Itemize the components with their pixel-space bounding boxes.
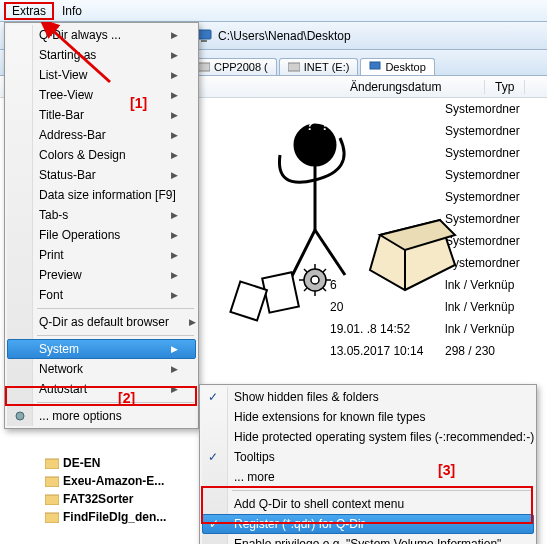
folder-icon (45, 493, 59, 505)
menu-enable-privilege[interactable]: Enable privilege e.g. "System Volume Inf… (202, 534, 534, 544)
menu-always[interactable]: Q-Dir always ...▶ (7, 25, 196, 45)
menu-colors[interactable]: Colors & Design▶ (7, 145, 196, 165)
menu-listview[interactable]: List-View▶ (7, 65, 196, 85)
col-date[interactable]: Änderungsdatum (340, 80, 485, 94)
list-row[interactable]: 13.05.2017 10:14298 / 230 (330, 340, 547, 362)
menu-hide-protected[interactable]: Hide protected operating system files (-… (202, 427, 534, 447)
svg-rect-5 (370, 62, 380, 69)
menu-print[interactable]: Print▶ (7, 245, 196, 265)
gear-icon (13, 409, 27, 423)
svg-rect-2 (201, 40, 207, 42)
folder-tree: DE-EN Exeu-Amazon-E... FAT32Sorter FindF… (45, 454, 166, 526)
menu-font[interactable]: Font▶ (7, 285, 196, 305)
svg-rect-21 (45, 459, 59, 469)
svg-rect-24 (45, 513, 59, 523)
menu-system[interactable]: System▶ (7, 339, 196, 359)
tab-inet[interactable]: INET (E:) (279, 58, 359, 75)
menu-datasize[interactable]: Data size information [F9] (7, 185, 196, 205)
empty-folder-illustration: ? ? (205, 100, 465, 330)
svg-line-15 (304, 269, 307, 272)
svg-point-19 (311, 276, 319, 284)
system-submenu: ✓Show hidden files & folders Hide extens… (199, 384, 537, 544)
svg-point-20 (16, 412, 24, 420)
svg-rect-9 (230, 281, 267, 320)
svg-rect-23 (45, 495, 59, 505)
check-icon: ✓ (209, 517, 219, 531)
folder-icon (45, 511, 59, 523)
menu-starting[interactable]: Starting as▶ (7, 45, 196, 65)
drive-icon (288, 61, 300, 73)
tab-desktop[interactable]: Desktop (360, 58, 434, 75)
menu-show-hidden[interactable]: ✓Show hidden files & folders (202, 387, 534, 407)
menu-statusbar[interactable]: Status-Bar▶ (7, 165, 196, 185)
menu-shell-context[interactable]: Add Q-Dir to shell context menu (202, 494, 534, 514)
menu-addressbar[interactable]: Address-Bar▶ (7, 125, 196, 145)
menu-register-qdr[interactable]: ✓Register (*.qdr) for Q-Dir (202, 514, 534, 534)
check-icon: ✓ (208, 390, 218, 404)
menu-more-options[interactable]: ... more options (7, 406, 196, 426)
svg-rect-22 (45, 477, 59, 487)
tree-item[interactable]: DE-EN (45, 454, 166, 472)
svg-rect-4 (288, 63, 300, 71)
menu-titlebar[interactable]: Title-Bar▶ (7, 105, 196, 125)
svg-line-18 (323, 269, 326, 272)
svg-line-17 (304, 288, 307, 291)
menu-tooltips[interactable]: ✓Tooltips (202, 447, 534, 467)
tree-item[interactable]: FAT32Sorter (45, 490, 166, 508)
menubar: Extras Info (0, 0, 547, 22)
svg-text:? ?: ? ? (305, 114, 330, 134)
menu-hide-ext[interactable]: Hide extensions for known file types (202, 407, 534, 427)
menu-preview[interactable]: Preview▶ (7, 265, 196, 285)
drive-icon (198, 61, 210, 73)
folder-icon (45, 475, 59, 487)
tab-cpp[interactable]: CPP2008 ( (189, 58, 277, 75)
tree-item[interactable]: Exeu-Amazon-E... (45, 472, 166, 490)
menu-default-browser[interactable]: Q-Dir as default browser▶ (7, 312, 196, 332)
address-path[interactable]: C:\Users\Nenad\Desktop (218, 29, 351, 43)
menu-info[interactable]: Info (54, 2, 90, 20)
monitor-icon (369, 61, 381, 73)
menu-extras[interactable]: Extras (4, 2, 54, 20)
svg-rect-8 (262, 272, 299, 312)
folder-icon (45, 457, 59, 469)
svg-rect-1 (197, 30, 211, 39)
check-icon: ✓ (208, 450, 218, 464)
menu-network[interactable]: Network▶ (7, 359, 196, 379)
menu-more[interactable]: ... more (202, 467, 534, 487)
menu-fileops[interactable]: File Operations▶ (7, 225, 196, 245)
svg-line-16 (323, 288, 326, 291)
menu-autostart[interactable]: Autostart▶ (7, 379, 196, 399)
col-type[interactable]: Typ (485, 80, 525, 94)
tree-item[interactable]: FindFileDlg_den... (45, 508, 166, 526)
svg-rect-3 (198, 63, 210, 71)
extras-menu: Q-Dir always ...▶ Starting as▶ List-View… (4, 22, 199, 429)
menu-tabs[interactable]: Tab-s▶ (7, 205, 196, 225)
menu-treeview[interactable]: Tree-View▶ (7, 85, 196, 105)
